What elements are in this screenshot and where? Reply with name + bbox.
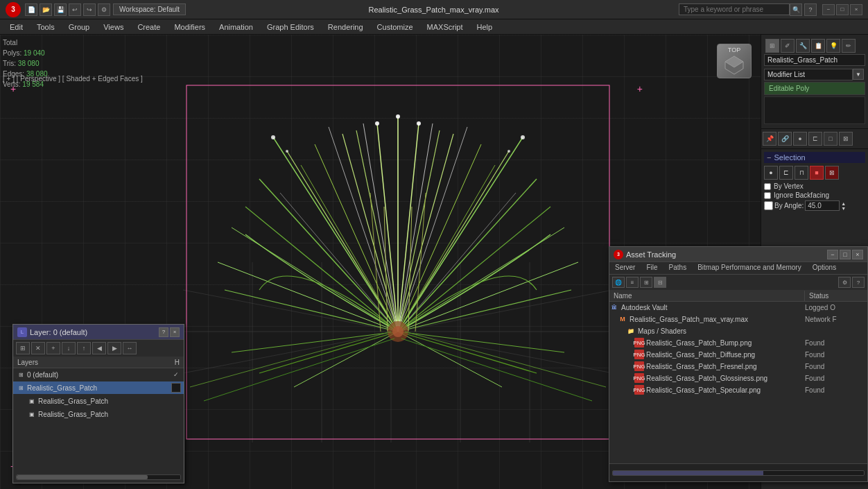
at-grid-btn[interactable]: ⊞ [640,277,652,288]
ld-row-default[interactable]: ⊞ 0 (default) ✓ [13,368,184,381]
ld-grass-box[interactable] [171,383,181,393]
new-button[interactable]: 📄 [25,3,37,16]
rt-row-1: 📌 🔗 ● ⊏ □ ⊠ [763,132,867,146]
ld-delete-btn[interactable]: ✕ [31,342,45,354]
modifier-list-arrow[interactable]: ▼ [853,69,864,80]
ld-select-prev-btn[interactable]: ◀ [92,342,106,354]
sel-border-icon[interactable]: ⊓ [795,166,808,180]
viewcube-face[interactable]: TOP [717,44,752,78]
at-row-bump[interactable]: PNG Realistic_Grass_Patch_Bump.png Found [609,337,867,349]
at-close-btn[interactable]: × [852,250,863,259]
svg-point-34 [271,135,275,139]
link-btn[interactable]: 🔗 [778,132,792,146]
at-menu-bitmap[interactable]: Bitmap Performance and Memory [692,262,807,274]
at-maximize-btn[interactable]: □ [840,250,851,259]
viewport-label: [ + ] [ Perspective ] [ Shaded + Edged F… [3,75,143,83]
menu-graph-editors[interactable]: Graph Editors [260,22,321,33]
ld-expand-btn[interactable]: ↔ [123,342,137,354]
workspace-selector[interactable]: Workspace: Default [113,3,186,15]
at-row-vault[interactable]: 🏛 Autodesk Vault Logged O [609,302,867,314]
display-tab[interactable]: ⊞ [765,39,779,53]
at-row-glossiness[interactable]: PNG Realistic_Grass_Patch_Glossiness.png… [609,372,867,384]
menu-create[interactable]: Create [130,22,167,33]
at-menu-file[interactable]: File [641,262,663,274]
selection-collapse-btn[interactable]: − [767,153,771,162]
svg-line-17 [259,332,398,373]
modifier-list-dropdown[interactable]: Modifier List [764,69,853,80]
minimize-button[interactable]: − [822,4,835,15]
close-button[interactable]: × [850,4,862,15]
menu-tools[interactable]: Tools [30,22,62,33]
sel-element-icon[interactable]: ⊠ [825,166,839,180]
ld-move-down-btn[interactable]: ↓ [62,342,76,354]
sel-poly-icon[interactable]: ■ [810,166,824,180]
at-minimize-btn[interactable]: − [827,250,838,259]
open-button[interactable]: 📂 [40,3,52,16]
utilities-tab[interactable]: 💡 [826,39,840,53]
menu-edit[interactable]: Edit [3,22,30,33]
sel-edge-icon[interactable]: ⊏ [779,166,793,180]
pin-btn[interactable]: 📌 [763,132,776,146]
menu-maxscript[interactable]: MAXScript [420,22,470,33]
vertex-btn[interactable]: ● [793,132,807,146]
menu-modifiers[interactable]: Modifiers [167,22,212,33]
at-row-folder[interactable]: 📁 Maps / Shaders [609,325,867,337]
at-toolbar: 🌐 ≡ ⊞ ⊟ ⚙ ? [609,275,867,291]
ld-layers-icon-btn[interactable]: ⊞ [16,342,30,354]
object-name-field[interactable] [764,54,865,66]
menu-views[interactable]: Views [96,22,130,33]
by-vertex-checkbox[interactable] [764,183,771,190]
ld-add-btn[interactable]: + [46,342,60,354]
ld-scrollbar[interactable] [16,474,181,480]
at-menu-paths[interactable]: Paths [663,262,693,274]
at-globe-btn[interactable]: 🌐 [612,277,625,288]
at-row-specular[interactable]: PNG Realistic_Grass_Patch_Specular.png F… [609,384,867,396]
ld-question-btn[interactable]: ? [159,327,168,337]
save-button[interactable]: 💾 [54,3,67,16]
by-angle-checkbox[interactable] [764,201,773,210]
at-menu-server[interactable]: Server [609,262,641,274]
motion-tab[interactable]: ✐ [781,39,795,53]
modifier-editable-poly[interactable]: Editable Poly [764,82,865,95]
svg-point-37 [507,150,510,153]
menu-animation[interactable]: Animation [212,22,260,33]
hierarchy-tab[interactable]: 📋 [811,39,825,53]
menu-help[interactable]: Help [470,22,500,33]
help-icon[interactable]: ? [804,3,817,16]
at-table-btn[interactable]: ⊟ [654,277,666,288]
ld-row-grass[interactable]: ⊞ Realistic_Grass_Patch [13,381,184,395]
at-row-fresnel[interactable]: PNG Realistic_Grass_Patch_Fresnel.png Fo… [609,361,867,372]
ld-close-btn[interactable]: × [170,327,180,337]
at-row-diffuse[interactable]: PNG Realistic_Grass_Patch_Diffuse.png Fo… [609,349,867,361]
menu-rendering[interactable]: Rendering [321,22,370,33]
undo-button[interactable]: ↩ [69,3,81,16]
ld-row-sub2[interactable]: ▣ Realistic_Grass_Patch [13,408,184,421]
search-icon[interactable]: 🔍 [790,3,802,16]
maximize-button[interactable]: □ [836,4,849,15]
face-btn[interactable]: □ [824,132,837,146]
ld-sub2-name: Realistic_Grass_Patch [38,411,181,418]
viewcube[interactable]: TOP [713,40,755,82]
menu-customize[interactable]: Customize [370,22,420,33]
sel-vertex-icon[interactable]: ● [764,166,778,180]
edge-btn[interactable]: ⊏ [808,132,822,146]
angle-spinner[interactable]: ▲▼ [841,201,846,211]
ld-move-up-btn[interactable]: ↑ [77,342,91,354]
ignore-backfacing-checkbox[interactable] [764,192,771,199]
at-max-status: Network F [805,316,867,323]
menu-group[interactable]: Group [62,22,97,33]
at-row-max[interactable]: M Realistic_Grass_Patch_max_vray.max Net… [609,314,867,325]
at-menu-options[interactable]: Options [807,262,842,274]
angle-value-input[interactable] [805,200,840,211]
element-btn[interactable]: ⊠ [839,132,853,146]
create-tab[interactable]: ✏ [842,39,856,53]
at-settings-btn[interactable]: ⚙ [838,277,851,288]
at-list-btn[interactable]: ≡ [626,277,639,288]
settings-icon[interactable]: ⚙ [98,3,110,16]
redo-button[interactable]: ↪ [83,3,96,16]
at-help-icon-btn[interactable]: ? [852,277,865,288]
search-input[interactable] [679,3,790,15]
modify-tab[interactable]: 🔧 [796,39,810,53]
ld-select-next-btn[interactable]: ▶ [107,342,121,354]
ld-row-sub1[interactable]: ▣ Realistic_Grass_Patch [13,395,184,408]
